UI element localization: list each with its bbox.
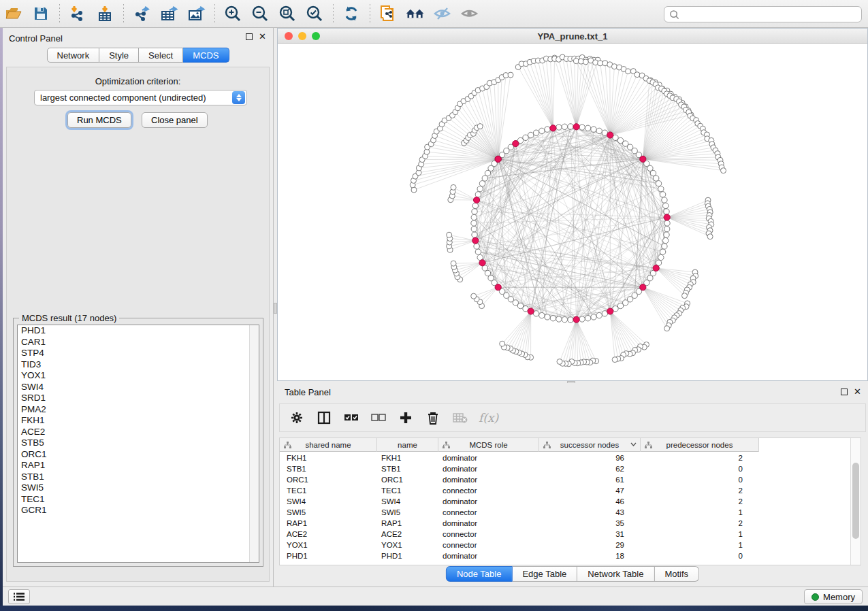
close-panel-icon[interactable]: ✕ <box>259 33 266 40</box>
graph-ring-node[interactable] <box>663 237 669 243</box>
graph-leaf-node[interactable] <box>447 232 452 237</box>
table-options-icon[interactable] <box>288 409 306 427</box>
graph-leaf-node[interactable] <box>411 187 417 193</box>
graph-ring-node[interactable] <box>650 170 656 176</box>
graph-ring-node[interactable] <box>591 314 596 320</box>
graph-leaf-node[interactable] <box>451 184 456 190</box>
graph-ring-node[interactable] <box>562 317 567 323</box>
graph-leaf-node[interactable] <box>612 357 617 363</box>
table-row[interactable]: TEC1TEC1connector472 <box>280 485 849 496</box>
export-network-icon[interactable] <box>131 3 152 24</box>
network-window-titlebar[interactable]: YPA_prune.txt_1 <box>278 29 867 44</box>
refresh-view-icon[interactable] <box>341 3 361 24</box>
graph-leaf-node[interactable] <box>500 341 505 346</box>
tab-style[interactable]: Style <box>99 48 139 63</box>
graph-ring-node[interactable] <box>472 232 477 237</box>
graph-ring-node[interactable] <box>662 244 667 249</box>
tab-edge-table[interactable]: Edge Table <box>512 566 577 582</box>
graph-ring-node[interactable] <box>660 249 665 254</box>
graph-leaf-node[interactable] <box>598 61 603 66</box>
export-image-icon[interactable] <box>186 3 206 24</box>
graph-ring-node[interactable] <box>472 203 478 208</box>
graph-leaf-node[interactable] <box>721 168 726 174</box>
graph-leaf-node[interactable] <box>471 293 477 299</box>
graph-mcds-node[interactable] <box>495 156 501 162</box>
graph-ring-node[interactable] <box>533 130 539 135</box>
criterion-dropdown[interactable]: largest connected component (undirected) <box>34 90 247 105</box>
mcds-result-item[interactable]: STB1 <box>18 472 259 483</box>
graph-ring-node[interactable] <box>475 192 481 197</box>
mcds-result-item[interactable]: STP4 <box>18 348 259 359</box>
graph-ring-node[interactable] <box>658 254 664 260</box>
column-header-predecessor-nodes[interactable]: predecessor nodes <box>641 438 759 452</box>
run-mcds-button[interactable]: Run MCDS <box>67 112 131 128</box>
mcds-result-item[interactable]: TEC1 <box>18 494 259 506</box>
mcds-result-item[interactable]: FKH1 <box>18 415 259 427</box>
zoom-in-icon[interactable] <box>223 3 243 24</box>
graph-mcds-node[interactable] <box>653 265 659 271</box>
network-canvas[interactable] <box>278 44 867 380</box>
zoom-out-icon[interactable] <box>250 3 270 24</box>
graph-ring-node[interactable] <box>654 176 659 181</box>
graph-mcds-node[interactable] <box>607 308 613 314</box>
select-all-columns-icon[interactable] <box>342 409 360 427</box>
graph-ring-node[interactable] <box>585 125 590 131</box>
column-header-successor-nodes[interactable]: successor nodes <box>539 438 641 452</box>
graph-ring-node[interactable] <box>664 226 670 231</box>
first-neighbors-icon[interactable] <box>405 3 425 24</box>
tab-select[interactable]: Select <box>139 48 183 63</box>
duplicate-network-icon[interactable] <box>378 3 398 24</box>
close-panel-button[interactable]: Close panel <box>142 112 208 128</box>
graph-mcds-node[interactable] <box>573 124 579 130</box>
graph-mcds-node[interactable] <box>640 284 646 291</box>
show-columns-icon[interactable] <box>315 409 333 427</box>
graph-ring-node[interactable] <box>545 127 550 132</box>
float-panel-icon[interactable] <box>246 33 253 40</box>
delete-column-icon[interactable] <box>424 409 442 427</box>
graph-mcds-node[interactable] <box>495 284 501 291</box>
graph-ring-node[interactable] <box>472 209 477 214</box>
graph-ring-node[interactable] <box>474 244 479 249</box>
graph-mcds-node[interactable] <box>528 308 534 314</box>
mcds-result-item[interactable]: ACE2 <box>18 427 259 438</box>
graph-ring-node[interactable] <box>568 317 573 323</box>
table-scrollbar[interactable] <box>850 438 861 565</box>
table-row[interactable]: STB1STB1dominator620 <box>280 463 849 474</box>
result-list-scrollbar[interactable] <box>249 325 259 562</box>
graph-ring-node[interactable] <box>482 176 487 181</box>
graph-ring-node[interactable] <box>664 232 669 237</box>
tab-network-table[interactable]: Network Table <box>577 566 654 582</box>
graph-ring-node[interactable] <box>596 312 602 318</box>
zoom-fit-icon[interactable] <box>277 3 298 24</box>
graph-ring-node[interactable] <box>579 316 585 322</box>
close-table-panel-icon[interactable]: ✕ <box>854 389 861 395</box>
graph-ring-node[interactable] <box>617 303 623 308</box>
graph-ring-node[interactable] <box>663 203 669 208</box>
graph-ring-node[interactable] <box>471 220 477 226</box>
float-table-panel-icon[interactable] <box>841 389 848 395</box>
hide-selected-icon[interactable] <box>432 3 453 24</box>
mcds-result-item[interactable]: SWI5 <box>18 482 259 494</box>
graph-ring-node[interactable] <box>596 128 602 133</box>
graph-ring-node[interactable] <box>475 249 481 254</box>
graph-leaf-node[interactable] <box>508 72 513 78</box>
graph-mcds-node[interactable] <box>573 316 579 323</box>
graph-ring-node[interactable] <box>656 181 661 186</box>
graph-ring-node[interactable] <box>585 316 590 321</box>
mcds-result-item[interactable]: STB5 <box>18 437 259 449</box>
tab-node-table[interactable]: Node Table <box>446 566 513 582</box>
graph-leaf-node[interactable] <box>557 359 562 365</box>
graph-leaf-node[interactable] <box>477 124 483 129</box>
graph-ring-node[interactable] <box>528 132 534 137</box>
graph-mcds-node[interactable] <box>474 197 480 203</box>
table-row[interactable]: RAP1RAP1dominator352 <box>280 518 849 529</box>
node-table[interactable]: shared namenameMCDS rolesuccessor nodesp… <box>279 437 861 565</box>
graph-leaf-node[interactable] <box>634 72 640 78</box>
graph-ring-node[interactable] <box>658 186 664 191</box>
mcds-result-item[interactable]: PHD1 <box>18 325 259 337</box>
mcds-result-item[interactable]: RAP1 <box>18 460 259 472</box>
graph-ring-node[interactable] <box>539 312 545 318</box>
graph-leaf-node[interactable] <box>626 69 631 74</box>
tab-mcds[interactable]: MCDS <box>183 48 229 63</box>
graph-mcds-node[interactable] <box>513 141 519 147</box>
